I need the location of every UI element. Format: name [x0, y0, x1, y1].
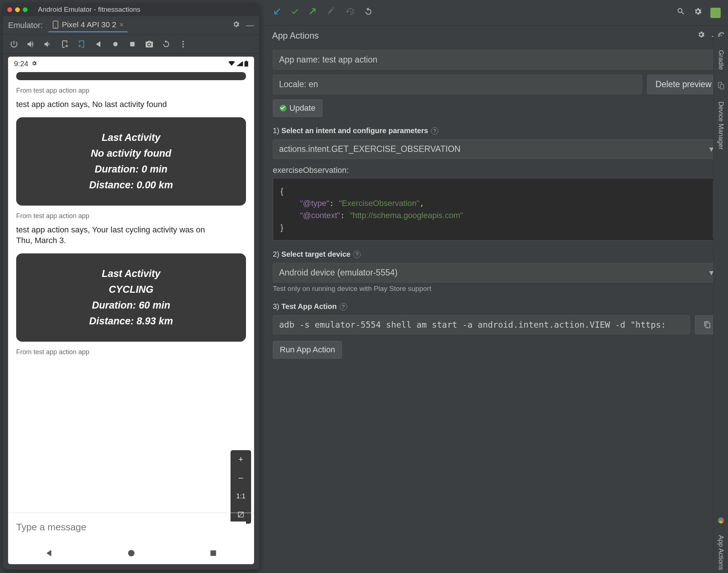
minimize-panel-icon[interactable]: — — [246, 21, 254, 30]
undo-icon[interactable] — [364, 7, 373, 18]
step-1-label: 1) Select an intent and configure parame… — [273, 127, 720, 135]
card-line: Distance: 8.93 km — [24, 316, 239, 327]
panel-title: App Actions — [272, 31, 319, 41]
svg-point-10 — [128, 550, 134, 556]
svg-point-6 — [182, 46, 184, 47]
nav-back-icon[interactable] — [44, 548, 54, 558]
svg-point-5 — [182, 43, 184, 45]
right-tool-gutter: Gradle Device Manager App Actions — [713, 26, 728, 573]
compose-input[interactable] — [16, 522, 246, 533]
rotate-left-icon[interactable] — [60, 40, 69, 49]
emulator-device-tab[interactable]: Pixel 4 API 30 2 × — [49, 18, 128, 32]
screenshot-icon[interactable] — [145, 40, 154, 49]
device-hint: Test only on running device with Play St… — [273, 285, 720, 293]
nav-recent-icon[interactable] — [208, 548, 218, 558]
phone-icon — [52, 21, 59, 29]
volume-up-icon[interactable] — [26, 40, 35, 49]
phone-frame: 9:24 From test app action app test app a… — [8, 57, 254, 564]
settings-icon[interactable] — [693, 7, 702, 18]
gradle-tab[interactable]: Gradle — [717, 47, 725, 73]
delete-preview-button[interactable]: Delete preview — [647, 75, 720, 94]
emulator-toolbar — [3, 35, 259, 54]
gradle-icon[interactable] — [717, 30, 725, 38]
update-button[interactable]: Update — [273, 99, 322, 117]
emulator-titlebar: Android Emulator - fitnessactions — [3, 3, 259, 16]
commit-icon[interactable] — [327, 7, 336, 18]
svg-point-4 — [182, 41, 184, 42]
volume-down-icon[interactable] — [43, 40, 52, 49]
ide-panel: App Actions — App name: test app action … — [265, 0, 728, 573]
help-icon[interactable]: ? — [353, 251, 361, 258]
svg-rect-8 — [246, 61, 247, 61]
signal-icon — [236, 61, 243, 66]
arrow-upload-icon[interactable] — [309, 7, 318, 18]
from-label: From test app action app — [16, 87, 246, 95]
from-label: From test app action app — [16, 348, 246, 356]
emulator-window: Android Emulator - fitnessactions Emulat… — [3, 3, 259, 569]
card-title: Last Activity — [24, 268, 239, 280]
help-icon[interactable]: ? — [340, 303, 347, 310]
phone-statusbar: 9:24 — [8, 57, 254, 71]
rotate-right-icon[interactable] — [77, 40, 86, 49]
locale-field[interactable]: Locale: en — [273, 75, 642, 94]
device-manager-tab[interactable]: Device Manager — [717, 99, 725, 153]
close-tab-icon[interactable]: × — [119, 20, 124, 29]
status-settings-icon — [31, 60, 37, 68]
card-line: Distance: 0.00 km — [24, 179, 239, 191]
check-icon[interactable] — [290, 7, 299, 18]
svg-point-2 — [113, 42, 118, 46]
help-icon[interactable]: ? — [431, 127, 438, 135]
zoom-out-button[interactable]: – — [231, 469, 251, 487]
svg-rect-3 — [130, 42, 135, 46]
app-actions-tab[interactable]: App Actions — [717, 532, 725, 573]
assistant-icon[interactable] — [718, 517, 724, 523]
search-icon[interactable] — [677, 7, 685, 18]
compose-bar — [8, 513, 254, 541]
zoom-in-button[interactable]: + — [231, 450, 251, 469]
emulator-tabbar: Emulator: Pixel 4 API 30 2 × — — [3, 16, 259, 35]
card-line: Duration: 0 min — [24, 164, 239, 175]
more-icon[interactable] — [179, 40, 188, 49]
check-icon — [280, 105, 286, 111]
maximize-window-icon[interactable] — [23, 7, 28, 12]
back-icon[interactable] — [94, 40, 103, 49]
window-traffic-lights[interactable] — [7, 7, 28, 12]
step-3-label: 3) Test App Action ? — [273, 302, 720, 311]
card-line: No activity found — [24, 148, 239, 159]
adb-command-field[interactable]: adb -s emulator-5554 shell am start -a a… — [273, 315, 690, 334]
activity-card: Last Activity No activity found Duration… — [16, 117, 246, 206]
power-icon[interactable] — [10, 40, 18, 49]
copy-icon — [704, 321, 711, 328]
json-editor[interactable]: { "@type": "ExerciseObservation", "@cont… — [273, 178, 720, 241]
app-name-field[interactable]: App name: test app action — [273, 50, 720, 70]
device-manager-icon[interactable] — [717, 82, 725, 90]
collapsed-card — [16, 72, 246, 80]
nav-home-icon[interactable] — [126, 548, 136, 558]
step-2-label: 2) Select target device ? — [273, 250, 720, 259]
svg-point-1 — [55, 27, 56, 28]
settings-icon[interactable] — [232, 20, 240, 31]
window-title: Android Emulator - fitnessactions — [38, 6, 140, 14]
user-avatar[interactable] — [710, 8, 721, 18]
restart-icon[interactable] — [162, 40, 171, 49]
close-window-icon[interactable] — [7, 7, 12, 12]
arrow-download-icon[interactable] — [272, 7, 281, 18]
phone-content[interactable]: From test app action app test app action… — [8, 71, 254, 564]
activity-card: Last Activity CYCLING Duration: 60 min D… — [16, 253, 246, 342]
device-select[interactable]: Android device (emulator-5554) ▾ — [273, 263, 720, 282]
minimize-window-icon[interactable] — [15, 7, 20, 12]
ide-toolbar — [265, 0, 728, 26]
run-app-action-button[interactable]: Run App Action — [273, 341, 342, 359]
history-icon[interactable] — [346, 7, 354, 18]
card-title: Last Activity — [24, 132, 239, 143]
assistant-message: test app action says, Your last cycling … — [16, 224, 207, 246]
stop-icon[interactable] — [128, 40, 137, 49]
record-icon[interactable] — [111, 40, 120, 49]
status-time: 9:24 — [14, 60, 28, 68]
intent-select[interactable]: actions.intent.GET_EXERCISE_OBSERVATION … — [273, 139, 720, 159]
settings-icon[interactable] — [697, 31, 705, 41]
svg-rect-13 — [720, 84, 724, 89]
app-actions-header: App Actions — — [265, 26, 728, 46]
svg-rect-7 — [245, 61, 248, 67]
zoom-ratio-button[interactable]: 1:1 — [231, 487, 251, 505]
